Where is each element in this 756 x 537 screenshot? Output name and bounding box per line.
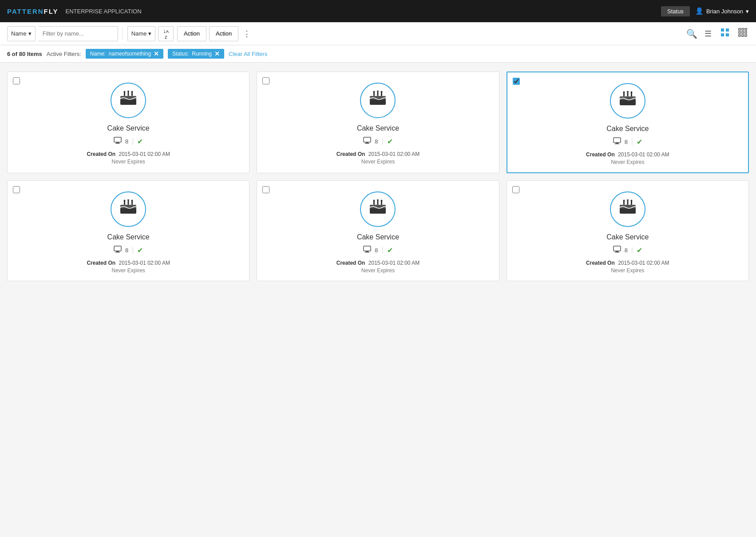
cake-icon [119, 199, 137, 219]
svg-rect-22 [116, 142, 119, 143]
filter-input[interactable] [38, 26, 118, 41]
chevron-down-icon: ▾ [148, 30, 151, 37]
card-title: Cake Service [606, 233, 649, 241]
sort-direction-button[interactable]: ↓AZ [158, 26, 174, 41]
svg-rect-58 [377, 200, 379, 205]
cake-icon [619, 199, 637, 219]
cake-icon [119, 91, 137, 110]
cards-area: Cake Service 8 | ✔ Created On 2015-03-01… [0, 63, 756, 536]
card-count: 8 [375, 247, 378, 254]
sort-select[interactable]: Name ▾ [127, 26, 156, 41]
more-options-button[interactable]: ⋮ [241, 29, 253, 39]
svg-rect-45 [615, 143, 619, 144]
status-check-icon: ✔ [137, 137, 143, 146]
meta-divider: | [631, 246, 633, 254]
toolbar: Name ▾ Name ▾ ↓AZ Action Action ⋮ 🔍 ☰ [0, 22, 756, 45]
card-checkbox[interactable] [262, 77, 269, 84]
card-checkbox[interactable] [13, 77, 20, 84]
action-button-2[interactable]: Action [209, 26, 238, 41]
created-label: Created On [336, 151, 365, 157]
card-title: Cake Service [357, 233, 399, 241]
card-icon [720, 30, 729, 39]
card-item-1[interactable]: Cake Service 8 | ✔ Created On 2015-03-01… [7, 72, 249, 173]
filter-by-label: Name [11, 30, 27, 37]
svg-rect-2 [721, 33, 724, 36]
remove-name-filter-button[interactable]: ✕ [154, 50, 159, 57]
card-info: Created On 2015-03-01 02:00 AM Never Exp… [336, 151, 420, 165]
card-view-button[interactable] [719, 27, 731, 40]
cake-icon [369, 199, 387, 219]
user-name: Brian Johnson [706, 8, 743, 15]
svg-point-16 [124, 91, 126, 93]
status-check-icon: ✔ [387, 137, 393, 146]
svg-point-49 [124, 200, 126, 202]
list-view-button[interactable]: ☰ [703, 28, 713, 40]
filter-tag-name[interactable]: Name: nameofsomething ✕ [86, 49, 163, 59]
card-meta: 8 | ✔ [363, 246, 392, 255]
brand-logo: PATTERNFLY [7, 8, 59, 15]
card-created-row: Created On 2015-03-01 02:00 AM [87, 260, 170, 266]
svg-rect-69 [627, 200, 628, 205]
card-expires: Never Expires [87, 159, 170, 165]
brand-app: ENTERPRISE APPLICATION [66, 8, 142, 15]
monitor-icon [114, 137, 122, 146]
card-info: Created On 2015-03-01 02:00 AM Never Exp… [336, 260, 420, 274]
meta-divider: | [631, 138, 633, 146]
action-button-1[interactable]: Action [177, 26, 206, 41]
svg-rect-5 [742, 28, 744, 30]
clear-all-filters-button[interactable]: Clear All Filters [229, 51, 267, 57]
toolbar-divider [123, 28, 123, 40]
status-button[interactable]: Status [661, 6, 690, 16]
card-item-5[interactable]: Cake Service 8 | ✔ Created On 2015-03-01… [257, 180, 499, 281]
svg-rect-56 [115, 252, 120, 253]
card-expires: Never Expires [586, 159, 669, 165]
created-value: 2015-03-01 02:00 AM [119, 151, 170, 157]
top-nav: PATTERNFLY ENTERPRISE APPLICATION Status… [0, 0, 756, 22]
card-count: 8 [125, 247, 128, 254]
remove-status-filter-button[interactable]: ✕ [214, 50, 220, 57]
brand: PATTERNFLY ENTERPRISE APPLICATION [7, 8, 142, 15]
filters-bar: 6 of 80 Items Active Filters: Name: name… [0, 45, 756, 63]
card-checkbox[interactable] [13, 186, 20, 193]
card-checkbox[interactable] [513, 78, 520, 85]
card-icon-circle [360, 83, 396, 118]
filter-tag-status[interactable]: Status: Running ✕ [168, 49, 224, 59]
cards-grid: Cake Service 8 | ✔ Created On 2015-03-01… [7, 72, 749, 281]
svg-rect-14 [128, 91, 129, 96]
created-label: Created On [586, 260, 615, 266]
card-checkbox[interactable] [262, 186, 269, 193]
table-view-button[interactable] [736, 27, 749, 40]
monitor-icon [613, 246, 621, 255]
meta-divider: | [382, 137, 384, 145]
svg-rect-77 [616, 251, 618, 252]
filter-by-select[interactable]: Name ▾ [7, 26, 36, 41]
sort-label: Name [131, 30, 147, 37]
meta-divider: | [132, 137, 134, 145]
created-label: Created On [87, 260, 115, 266]
monitor-icon [363, 246, 371, 255]
card-title: Cake Service [107, 233, 150, 241]
card-item-2[interactable]: Cake Service 8 | ✔ Created On 2015-03-01… [257, 72, 499, 173]
created-label: Created On [336, 260, 365, 266]
card-checkbox[interactable] [512, 186, 519, 193]
created-value: 2015-03-01 02:00 AM [368, 260, 420, 266]
card-info: Created On 2015-03-01 02:00 AM Never Exp… [87, 260, 170, 274]
card-title: Cake Service [107, 124, 150, 132]
items-count: 6 of 80 Items [7, 51, 42, 57]
card-item-4[interactable]: Cake Service 8 | ✔ Created On 2015-03-01… [7, 180, 249, 281]
svg-point-62 [381, 200, 383, 202]
svg-rect-43 [614, 138, 621, 143]
svg-rect-6 [745, 28, 747, 30]
search-button[interactable]: 🔍 [686, 28, 697, 39]
user-menu[interactable]: 👤 Brian Johnson ▾ [695, 7, 749, 15]
card-item-3[interactable]: Cake Service 8 | ✔ Created On 2015-03-01… [507, 72, 749, 173]
actions-group: Action Action ⋮ [177, 26, 253, 41]
svg-rect-23 [115, 143, 120, 144]
card-meta: 8 | ✔ [363, 137, 392, 146]
card-meta: 8 | ✔ [613, 246, 642, 255]
card-item-6[interactable]: Cake Service 8 | ✔ Created On 2015-03-01… [507, 180, 749, 281]
monitor-icon [114, 246, 122, 255]
svg-rect-3 [726, 33, 729, 36]
svg-rect-21 [114, 137, 121, 142]
card-count: 8 [375, 138, 378, 145]
